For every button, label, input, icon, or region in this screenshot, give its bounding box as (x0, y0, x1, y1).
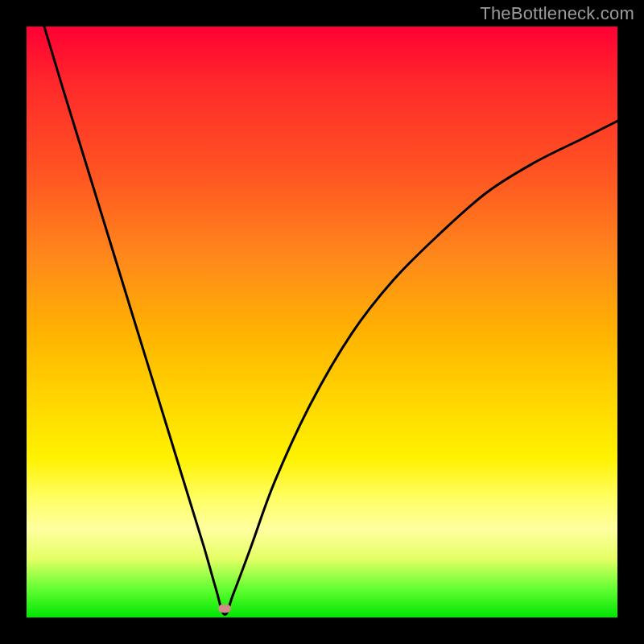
bottleneck-curve (27, 27, 617, 617)
optimum-marker (218, 605, 231, 613)
plot-area (27, 27, 617, 617)
chart-frame: TheBottleneck.com (0, 0, 644, 644)
curve-path (44, 27, 617, 614)
watermark: TheBottleneck.com (480, 3, 634, 24)
